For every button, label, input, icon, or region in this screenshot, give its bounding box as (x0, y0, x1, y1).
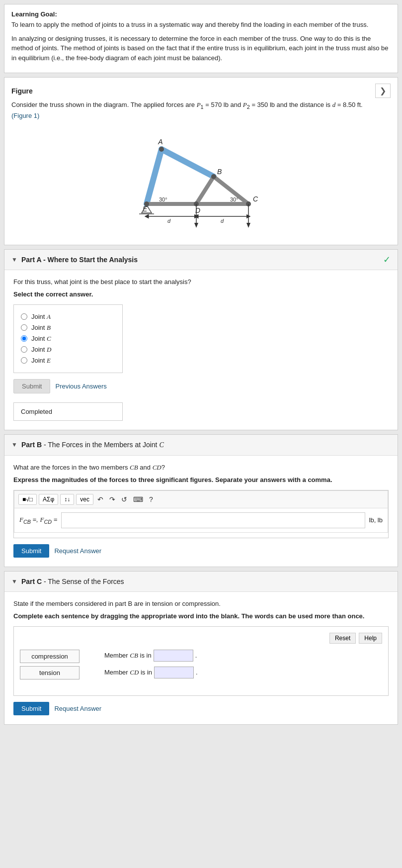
option-joint-e[interactable]: Joint E (21, 357, 115, 365)
help-icon[interactable]: ? (147, 494, 155, 504)
refresh-icon[interactable]: ↺ (119, 494, 129, 504)
arrows-button[interactable]: ↕↓ (60, 494, 74, 505)
radio-joint-d[interactable] (21, 346, 27, 353)
part-c-header[interactable]: ▼ Part C - The Sense of the Forces (4, 572, 398, 592)
part-a-checkmark: ✓ (383, 254, 391, 265)
learning-goal-para-1: To learn to apply the method of joints t… (11, 20, 391, 30)
fill-blank-box-cb[interactable] (154, 650, 193, 662)
svg-marker-23 (194, 223, 198, 228)
svg-text:E: E (143, 205, 148, 213)
part-a-chevron: ▼ (11, 256, 17, 263)
radio-joint-c[interactable] (21, 335, 27, 342)
svg-text:P: P (247, 228, 251, 229)
part-c-submit-row: Submit Request Answer (13, 702, 389, 715)
drag-section: Reset Help compression tension Member CB… (13, 626, 389, 696)
part-a-submit-button[interactable]: Submit (13, 379, 50, 393)
svg-text:C: C (253, 195, 258, 203)
part-c-header-text: Part C - The Sense of the Forces (21, 578, 124, 585)
fill-blanks: Member CB is in . Member CD is in . (104, 650, 382, 683)
keyboard-icon[interactable]: ⌨ (131, 494, 145, 504)
option-joint-c-label: Joint C (31, 335, 51, 343)
figure-nav-button[interactable]: ❯ (375, 84, 391, 98)
figure-title: Figure (11, 87, 33, 95)
part-b-submit-row: Submit Request Answer (13, 544, 389, 558)
part-b-header-text: Part B - The Forces in the Members at Jo… (21, 441, 164, 449)
part-b-request-answer-link[interactable]: Request Answer (54, 547, 101, 555)
part-b-question: What are the forces in the two members C… (13, 463, 389, 473)
option-joint-b[interactable]: Joint B (21, 324, 115, 332)
part-a-header[interactable]: ▼ Part A - Where to Start the Analysis ✓ (4, 250, 398, 270)
part-b-section: ▼ Part B - The Forces in the Members at … (4, 434, 398, 567)
svg-line-0 (147, 149, 161, 204)
option-joint-e-label: Joint E (31, 357, 51, 365)
part-b-body: What are the forces in the two members C… (4, 456, 398, 567)
drag-controls: Reset Help (20, 633, 382, 644)
part-a-submit-row: Submit Previous Answers (13, 379, 389, 393)
fill-blank-suffix-cd: . (196, 669, 198, 676)
sqrt-button[interactable]: ■√□ (18, 494, 37, 505)
drag-words: compression tension (20, 650, 80, 679)
option-joint-b-label: Joint B (31, 324, 51, 332)
completed-label: Completed (21, 408, 52, 415)
svg-text:d: d (220, 218, 224, 224)
part-b-answer-unit: lb, lb (369, 516, 383, 524)
option-joint-d[interactable]: Joint D (21, 346, 115, 354)
help-button[interactable]: Help (359, 633, 382, 644)
redo-icon[interactable]: ↷ (107, 494, 117, 504)
svg-line-1 (161, 149, 214, 177)
learning-goal-para-2: In analyzing or designing trusses, it is… (11, 34, 391, 63)
svg-text:30°: 30° (159, 196, 167, 202)
option-joint-a-label: Joint A (31, 313, 51, 321)
reset-button[interactable]: Reset (329, 633, 356, 644)
part-b-answer-label: FCB =, FCD = (19, 516, 57, 525)
part-c-body: State if the members considered in part … (4, 592, 398, 724)
part-c-instruction: Complete each sentence by dragging the a… (13, 611, 389, 621)
svg-text:A: A (158, 138, 162, 146)
part-b-header[interactable]: ▼ Part B - The Forces in the Members at … (4, 435, 398, 456)
drag-word-tension[interactable]: tension (20, 666, 80, 679)
greek-button[interactable]: ΑΣφ (39, 494, 58, 505)
radio-joint-e[interactable] (21, 357, 27, 364)
part-a-body: For this truss, what joint is the best p… (4, 270, 398, 430)
svg-text:B: B (217, 168, 222, 176)
svg-text:d: d (167, 218, 170, 224)
option-joint-a[interactable]: Joint A (21, 313, 115, 321)
part-c-question: State if the members considered in part … (13, 599, 389, 609)
fill-blank-row-cd: Member CD is in . (104, 667, 382, 678)
svg-marker-27 (246, 223, 250, 228)
part-b-submit-button[interactable]: Submit (13, 544, 49, 558)
vec-button[interactable]: vec (76, 494, 93, 505)
part-a-prev-answers-link[interactable]: Previous Answers (55, 383, 106, 390)
figure-link[interactable]: (Figure 1) (11, 112, 39, 119)
radio-joint-a[interactable] (21, 313, 27, 320)
part-a-options-box: Joint A Joint B Joint C Joint D Joint E (13, 304, 123, 373)
part-a-section: ▼ Part A - Where to Start the Analysis ✓… (4, 249, 398, 430)
figure-diagram: A B C E D 30° 30° d d P 1 (11, 124, 391, 229)
fill-blank-suffix-cb: . (195, 652, 197, 659)
drag-word-compression[interactable]: compression (20, 650, 80, 663)
part-b-math-input-container: ■√□ ΑΣφ ↕↓ vec ↶ ↷ ↺ ⌨ ? FCB =, FCD = lb… (13, 490, 389, 538)
figure-text: Consider the truss shown in the diagram.… (11, 100, 391, 111)
part-c-chevron: ▼ (11, 578, 17, 585)
drag-content-row: compression tension Member CB is in . Me… (20, 650, 382, 683)
part-a-header-text: Part A - Where to Start the Analysis (21, 256, 138, 264)
part-c-request-answer-link[interactable]: Request Answer (54, 705, 101, 712)
learning-goal-title: Learning Goal: (11, 10, 391, 18)
part-b-answer-input[interactable] (61, 512, 365, 528)
svg-point-6 (159, 147, 164, 152)
undo-icon[interactable]: ↶ (95, 494, 105, 504)
part-c-section: ▼ Part C - The Sense of the Forces State… (4, 571, 398, 725)
part-b-math-toolbar: ■√□ ΑΣφ ↕↓ vec ↶ ↷ ↺ ⌨ ? (14, 490, 388, 508)
fill-blank-box-cd[interactable] (154, 667, 194, 678)
svg-line-2 (196, 177, 214, 204)
figure-header: Figure ❯ (11, 84, 391, 98)
figure-section: Figure ❯ Consider the truss shown in the… (4, 77, 398, 245)
radio-joint-b[interactable] (21, 324, 27, 331)
option-joint-c[interactable]: Joint C (21, 335, 115, 343)
part-c-submit-button[interactable]: Submit (13, 702, 49, 715)
svg-point-9 (211, 174, 216, 179)
svg-text:P: P (195, 228, 199, 229)
fill-blank-row-cb: Member CB is in . (104, 650, 382, 662)
truss-svg: A B C E D 30° 30° d d P 1 (132, 124, 271, 229)
option-joint-d-label: Joint D (31, 346, 51, 354)
